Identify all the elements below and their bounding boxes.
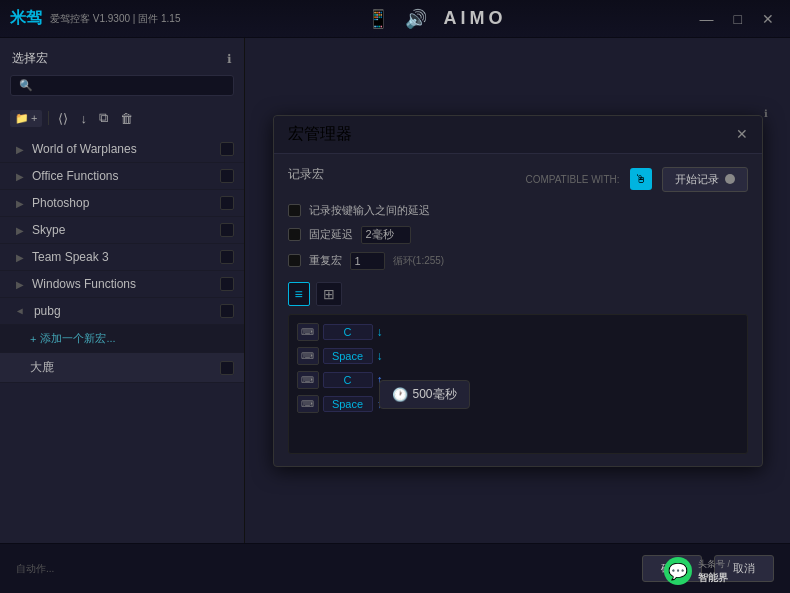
item-indicator	[220, 250, 234, 264]
step-key-space-down[interactable]: Space	[323, 348, 373, 364]
record-section-header: 记录宏 COMPATIBLE WITH: 🖱 开始记录	[288, 166, 748, 193]
toolbar-row: 📁 + ⟨⟩ ↓ ⧉ 🗑	[0, 104, 244, 136]
macro-item-label: Skype	[32, 223, 220, 237]
list-item[interactable]: ▼ pubg	[0, 298, 244, 325]
left-panel: 选择宏 ℹ 🔍 📁 + ⟨⟩ ↓ ⧉ 🗑 ▶ World of Warplane…	[0, 38, 245, 543]
watermark-brand: 智能界	[698, 571, 730, 585]
repeat-hint: 循环(1:255)	[393, 254, 445, 268]
item-indicator	[220, 169, 234, 183]
list-item-add[interactable]: + 添加一个新宏...	[0, 325, 244, 353]
macro-step: ⌨ C ↑	[297, 371, 739, 389]
macro-step: ⌨ Space ↑	[297, 395, 739, 413]
arrow-down-icon: ↓	[377, 325, 383, 339]
label-fixed-delay: 固定延迟	[309, 227, 353, 242]
list-item[interactable]: ▶ Windows Functions	[0, 271, 244, 298]
record-options: 记录按键输入之间的延迟 固定延迟 重复宏 循环(1:255)	[288, 203, 748, 270]
macro-item-label: Team Speak 3	[32, 250, 220, 264]
item-indicator	[220, 361, 234, 375]
modal-header: 宏管理器 ✕	[274, 116, 762, 154]
step-key-c-down[interactable]: C	[323, 324, 373, 340]
item-indicator	[220, 277, 234, 291]
item-indicator	[220, 196, 234, 210]
checkbox-fixed-delay[interactable]	[288, 228, 301, 241]
fixed-delay-input[interactable]	[361, 226, 411, 244]
modal-close-button[interactable]: ✕	[736, 126, 748, 142]
step-key-c-up[interactable]: C	[323, 372, 373, 388]
maximize-button[interactable]: □	[728, 9, 748, 29]
list-item[interactable]: ▶ Team Speak 3	[0, 244, 244, 271]
list-view-button[interactable]: ≡	[288, 282, 310, 306]
expand-arrow: ▶	[16, 252, 24, 263]
macro-manager-modal: 宏管理器 ✕ 记录宏 COMPATIBLE WITH: 🖱 开始记录	[273, 115, 763, 467]
arrow-down-icon: ↓	[377, 349, 383, 363]
folder-icon: 📁	[15, 112, 29, 125]
grid-view-button[interactable]: ⊞	[316, 282, 342, 306]
mouse-icon-badge: 🖱	[630, 168, 652, 190]
minimize-button[interactable]: —	[694, 9, 720, 29]
window-controls: — □ ✕	[694, 9, 780, 29]
macro-item-label: Windows Functions	[32, 277, 220, 291]
start-record-button[interactable]: 开始记录	[662, 167, 748, 192]
top-bar: 米驾 爱驾控客 V1.9300 | 固件 1.15 📱 🔊 AIMO — □ ✕	[0, 0, 790, 38]
right-panel: 宏管理器 ✕ 记录宏 COMPATIBLE WITH: 🖱 开始记录	[245, 38, 790, 543]
macro-list: ▶ World of Warplanes ▶ Office Functions …	[0, 136, 244, 535]
wechat-icon: 💬	[664, 557, 692, 585]
record-section-title: 记录宏	[288, 166, 324, 183]
download-button[interactable]: ↓	[77, 109, 90, 128]
expand-arrow: ▶	[16, 144, 24, 155]
record-dot	[725, 174, 735, 184]
add-icon: +	[30, 333, 36, 345]
expand-arrow: ▶	[16, 198, 24, 209]
share-button[interactable]: ⟨⟩	[55, 109, 71, 128]
volume-icon[interactable]: 🔊	[405, 8, 427, 30]
list-item[interactable]: ▶ Office Functions	[0, 163, 244, 190]
keyboard-icon: ⌨	[297, 371, 319, 389]
info-icon-right: ℹ	[764, 108, 768, 119]
watermark: 💬 头条号 / 智能界	[664, 557, 730, 585]
checkbox-record-keys[interactable]	[288, 204, 301, 217]
close-window-button[interactable]: ✕	[756, 9, 780, 29]
top-bar-center: 📱 🔊 AIMO	[367, 8, 506, 30]
app-version: 爱驾控客 V1.9300 | 固件 1.15	[50, 12, 180, 26]
delete-button[interactable]: 🗑	[117, 109, 136, 128]
device-icon[interactable]: 📱	[367, 8, 389, 30]
expand-arrow: ▶	[16, 225, 24, 236]
folder-add-button[interactable]: 📁 +	[10, 110, 42, 127]
app-logo-area: 米驾 爱驾控客 V1.9300 | 固件 1.15	[10, 8, 180, 29]
left-panel-info-icon[interactable]: ℹ	[227, 52, 232, 66]
step-key-space-up[interactable]: Space	[323, 396, 373, 412]
search-input[interactable]	[37, 80, 225, 92]
main-content: 选择宏 ℹ 🔍 📁 + ⟨⟩ ↓ ⧉ 🗑 ▶ World of Warplane…	[0, 38, 790, 543]
modal-title: 宏管理器	[288, 124, 352, 145]
list-item[interactable]: ▶ World of Warplanes	[0, 136, 244, 163]
expand-arrow: ▶	[16, 171, 24, 182]
macro-item-label: World of Warplanes	[32, 142, 220, 156]
view-toggle: ≡ ⊞	[288, 282, 748, 306]
tooltip-text: 500毫秒	[413, 386, 457, 403]
watermark-platform-label: 头条号 /	[698, 558, 730, 571]
search-bar[interactable]: 🔍	[10, 75, 234, 96]
expand-arrow: ▶	[16, 279, 24, 290]
macro-steps-area: ⌨ C ↓ ⌨ Space ↓ ⌨ C ↑	[288, 314, 748, 454]
repeat-input[interactable]	[350, 252, 385, 270]
option-row-fixed-delay: 固定延迟	[288, 226, 748, 244]
list-item[interactable]: 大鹿	[0, 353, 244, 383]
list-item[interactable]: ▶ Photoshop	[0, 190, 244, 217]
start-record-label: 开始记录	[675, 172, 719, 187]
keyboard-icon: ⌨	[297, 395, 319, 413]
bottom-status-text: 自动作...	[16, 562, 54, 576]
left-panel-header: 选择宏 ℹ	[0, 46, 244, 75]
macro-step: ⌨ C ↓	[297, 323, 739, 341]
item-indicator	[220, 142, 234, 156]
label-repeat: 重复宏	[309, 253, 342, 268]
list-item[interactable]: ▶ Skype	[0, 217, 244, 244]
copy-button[interactable]: ⧉	[96, 108, 111, 128]
app-logo: 米驾	[10, 8, 42, 29]
add-macro-label: 添加一个新宏...	[40, 331, 115, 346]
label-record-keys: 记录按键输入之间的延迟	[309, 203, 430, 218]
keyboard-icon: ⌨	[297, 323, 319, 341]
macro-item-label: 大鹿	[30, 359, 220, 376]
compatible-label: COMPATIBLE WITH:	[525, 174, 619, 185]
macro-item-label: Photoshop	[32, 196, 220, 210]
checkbox-repeat[interactable]	[288, 254, 301, 267]
